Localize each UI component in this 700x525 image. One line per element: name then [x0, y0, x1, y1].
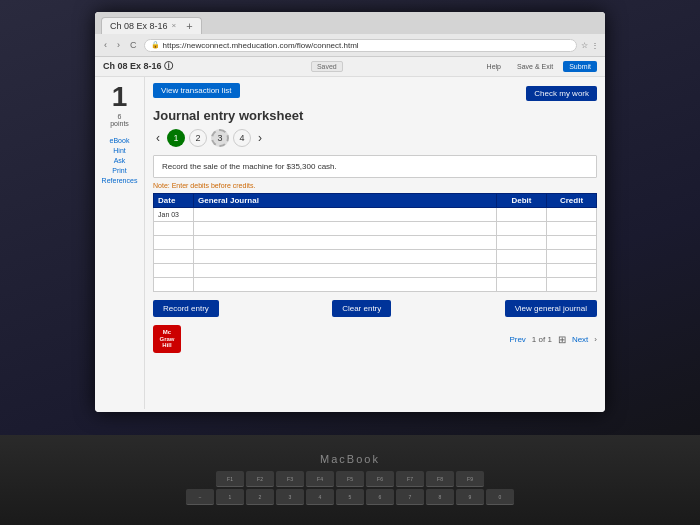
- date-cell-4: [154, 250, 194, 264]
- next-nav-button[interactable]: Next: [572, 335, 588, 344]
- page-4-button[interactable]: 4: [233, 129, 251, 147]
- instruction-text: Record the sale of the machine for $35,3…: [162, 162, 337, 171]
- next-arrow-icon: ›: [594, 335, 597, 344]
- date-cell-2: [154, 222, 194, 236]
- view-transaction-button[interactable]: View transaction list: [153, 83, 240, 98]
- credit-cell-1[interactable]: [547, 208, 597, 222]
- page-1-button[interactable]: 1: [167, 129, 185, 147]
- key-1[interactable]: 1: [216, 489, 244, 505]
- date-cell-5: [154, 264, 194, 278]
- ask-link[interactable]: Ask: [114, 157, 126, 164]
- credit-cell-5[interactable]: [547, 264, 597, 278]
- save-exit-button[interactable]: Save & Exit: [511, 61, 559, 72]
- debit-cell-5[interactable]: [497, 264, 547, 278]
- credit-cell-6[interactable]: [547, 278, 597, 292]
- browser-actions: ☆ ⋮: [581, 41, 599, 50]
- journal-cell-2[interactable]: [194, 222, 497, 236]
- submit-button[interactable]: Submit: [563, 61, 597, 72]
- key-f3[interactable]: F3: [276, 471, 304, 487]
- next-page-arrow[interactable]: ›: [255, 130, 265, 146]
- table-row: Jan 03: [154, 208, 597, 222]
- date-cell-1: Jan 03: [154, 208, 194, 222]
- journal-cell-5[interactable]: [194, 264, 497, 278]
- table-row: [154, 250, 597, 264]
- debit-cell-4[interactable]: [497, 250, 547, 264]
- keyboard-row-1: F1 F2 F3 F4 F5 F6 F7 F8 F9: [216, 471, 484, 487]
- key-f4[interactable]: F4: [306, 471, 334, 487]
- col-header-credit: Credit: [547, 194, 597, 208]
- credit-cell-4[interactable]: [547, 250, 597, 264]
- macbook-label: MacBook: [320, 453, 380, 465]
- tab-bar: Ch 08 Ex 8-16 × +: [95, 12, 605, 34]
- grid-icon[interactable]: ⊞: [558, 334, 566, 345]
- journal-cell-4[interactable]: [194, 250, 497, 264]
- references-link[interactable]: References: [102, 177, 138, 184]
- record-entry-button[interactable]: Record entry: [153, 300, 219, 317]
- keyboard-area: MacBook F1 F2 F3 F4 F5 F6 F7 F8 F9 ~ 1 2…: [0, 435, 700, 525]
- key-3[interactable]: 3: [276, 489, 304, 505]
- debit-cell-2[interactable]: [497, 222, 547, 236]
- page-2-button[interactable]: 2: [189, 129, 207, 147]
- key-0[interactable]: 0: [486, 489, 514, 505]
- print-link[interactable]: Print: [112, 167, 126, 174]
- debit-cell-3[interactable]: [497, 236, 547, 250]
- app-header: Ch 08 Ex 8-16 ⓘ Saved Help Save & Exit S…: [95, 57, 605, 77]
- key-8[interactable]: 8: [426, 489, 454, 505]
- back-button[interactable]: ‹: [101, 39, 110, 51]
- menu-icon[interactable]: ⋮: [591, 41, 599, 50]
- ebook-link[interactable]: eBook: [110, 137, 130, 144]
- prev-page-arrow[interactable]: ‹: [153, 130, 163, 146]
- hint-link[interactable]: Hint: [113, 147, 125, 154]
- star-icon[interactable]: ☆: [581, 41, 588, 50]
- key-tilde[interactable]: ~: [186, 489, 214, 505]
- credit-cell-2[interactable]: [547, 222, 597, 236]
- key-f2[interactable]: F2: [246, 471, 274, 487]
- key-f1[interactable]: F1: [216, 471, 244, 487]
- journal-cell-1[interactable]: [194, 208, 497, 222]
- debit-cell-1[interactable]: [497, 208, 547, 222]
- points-label: 6 points: [110, 113, 129, 127]
- pagination: ‹ 1 2 3 4 ›: [153, 129, 597, 147]
- view-general-journal-button[interactable]: View general journal: [505, 300, 597, 317]
- journal-cell-6[interactable]: [194, 278, 497, 292]
- key-7[interactable]: 7: [396, 489, 424, 505]
- address-bar: ‹ › C 🔒 https://newconnect.mheducation.c…: [95, 34, 605, 56]
- key-f5[interactable]: F5: [336, 471, 364, 487]
- key-9[interactable]: 9: [456, 489, 484, 505]
- key-f7[interactable]: F7: [396, 471, 424, 487]
- browser-tab[interactable]: Ch 08 Ex 8-16 × +: [101, 17, 202, 34]
- new-tab-icon[interactable]: +: [186, 20, 192, 32]
- key-f6[interactable]: F6: [366, 471, 394, 487]
- page-3-button[interactable]: 3: [211, 129, 229, 147]
- help-button[interactable]: Help: [481, 61, 507, 72]
- instruction-box: Record the sale of the machine for $35,3…: [153, 155, 597, 178]
- app-title: Ch 08 Ex 8-16 ⓘ: [103, 60, 173, 73]
- key-f8[interactable]: F8: [426, 471, 454, 487]
- browser-chrome: Ch 08 Ex 8-16 × + ‹ › C 🔒 https://newcon…: [95, 12, 605, 57]
- col-header-debit: Debit: [497, 194, 547, 208]
- key-2[interactable]: 2: [246, 489, 274, 505]
- main-layout: 1 6 points eBook Hint Ask Print Referenc…: [95, 77, 605, 409]
- tab-close-icon[interactable]: ×: [172, 21, 177, 30]
- credit-cell-3[interactable]: [547, 236, 597, 250]
- forward-button[interactable]: ›: [114, 39, 123, 51]
- header-buttons: Help Save & Exit Submit: [481, 61, 597, 72]
- browser-screen: Ch 08 Ex 8-16 × + ‹ › C 🔒 https://newcon…: [95, 12, 605, 412]
- key-5[interactable]: 5: [336, 489, 364, 505]
- prev-nav-button[interactable]: Prev: [509, 335, 525, 344]
- table-row: [154, 236, 597, 250]
- page-content: Ch 08 Ex 8-16 ⓘ Saved Help Save & Exit S…: [95, 57, 605, 412]
- clear-entry-button[interactable]: Clear entry: [332, 300, 391, 317]
- key-4[interactable]: 4: [306, 489, 334, 505]
- content-area: View transaction list Check my work Jour…: [145, 77, 605, 409]
- key-f9[interactable]: F9: [456, 471, 484, 487]
- tab-title: Ch 08 Ex 8-16: [110, 21, 168, 31]
- date-cell-6: [154, 278, 194, 292]
- table-row: [154, 264, 597, 278]
- url-bar[interactable]: 🔒 https://newconnect.mheducation.com/flo…: [144, 39, 578, 52]
- refresh-button[interactable]: C: [127, 39, 140, 51]
- key-6[interactable]: 6: [366, 489, 394, 505]
- debit-cell-6[interactable]: [497, 278, 547, 292]
- journal-cell-3[interactable]: [194, 236, 497, 250]
- check-work-button[interactable]: Check my work: [526, 86, 597, 101]
